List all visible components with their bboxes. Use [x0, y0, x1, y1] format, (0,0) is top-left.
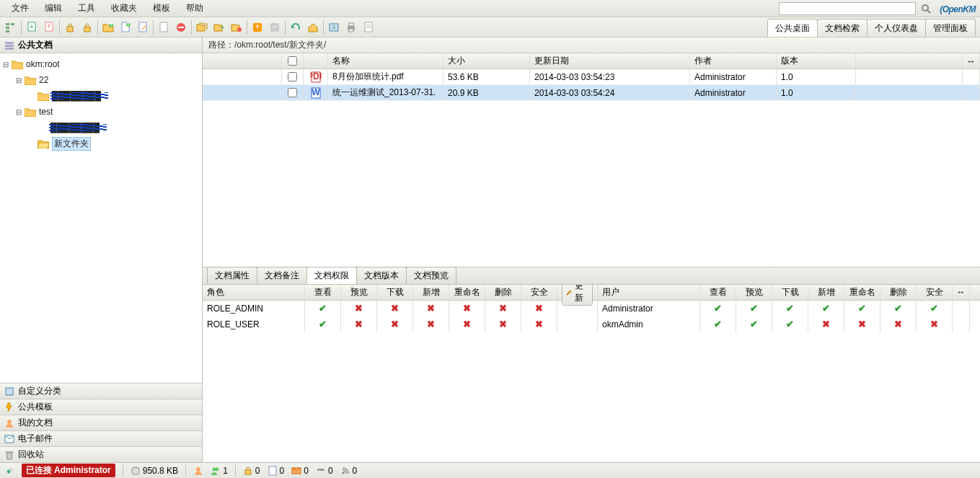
col-more[interactable]: ↔ — [963, 53, 980, 68]
collapse-icon[interactable]: ⊟ — [14, 108, 23, 116]
perm-col-delete[interactable]: 删除 — [485, 285, 521, 300]
tree-node-test[interactable]: ⊟ test — [14, 104, 200, 120]
tab-doc-versions[interactable]: 文档版本 — [356, 267, 407, 284]
delete-icon[interactable] — [230, 21, 243, 34]
tab-public-desktop[interactable]: 公共桌面 — [767, 19, 818, 37]
perm-col-user-view[interactable]: 查看 — [700, 285, 736, 300]
doc-edit-icon[interactable] — [136, 21, 149, 34]
svg-rect-32 — [5, 45, 14, 47]
svg-rect-47 — [245, 470, 251, 474]
row-checkbox[interactable] — [288, 88, 297, 97]
tab-personal-dashboard[interactable]: 个人仪表盘 — [867, 19, 926, 37]
perm-col-update: 更新 — [557, 285, 598, 300]
search-button[interactable] — [919, 2, 932, 15]
file-row[interactable]: W 统一运维测试_2013-07-31. 20.9 KB 2014-03-03 … — [203, 85, 980, 101]
folder-icon — [12, 59, 23, 69]
select-all-checkbox[interactable] — [288, 56, 297, 66]
sidebar-header-public-docs[interactable]: 公共文档 — [0, 37, 202, 53]
perm-row[interactable]: ROLE_ADMIN✔✖✖✖✖✖✖Administrator✔✔✔✔✔✔✔ — [203, 301, 980, 317]
perm-col-user-delete[interactable]: 删除 — [880, 285, 917, 300]
doc-download-icon[interactable] — [25, 21, 38, 34]
perm-col-rename[interactable]: 重命名 — [449, 285, 485, 300]
perm-col-add[interactable]: 新增 — [413, 285, 449, 300]
col-checkbox[interactable] — [282, 53, 304, 68]
perm-col-user-preview[interactable]: 预览 — [736, 285, 772, 300]
menu-file[interactable]: 文件 — [4, 0, 36, 17]
col-date[interactable]: 更新日期 — [530, 53, 690, 68]
tab-doc-preview[interactable]: 文档预览 — [406, 267, 456, 284]
doc-upload-icon[interactable] — [43, 21, 56, 34]
doc-new-icon[interactable]: + — [119, 21, 132, 34]
tree-node-redacted-2[interactable]: ████████ — [27, 120, 200, 136]
cancel-checkout-icon[interactable] — [175, 21, 187, 34]
col-type[interactable] — [304, 53, 328, 68]
svg-point-19 — [237, 27, 242, 32]
checkout-icon[interactable] — [157, 21, 170, 34]
tree-node-22[interactable]: ⊟ 22 — [14, 72, 200, 88]
perm-col-user-add[interactable]: 新增 — [808, 285, 844, 300]
tree-node-root[interactable]: ⊟ okm:root — [1, 56, 200, 72]
tree-node-redacted-1[interactable]: ████████ — [27, 88, 200, 104]
print-icon[interactable] — [345, 21, 358, 34]
tree-icon[interactable] — [4, 21, 17, 34]
move-icon[interactable] — [213, 21, 226, 34]
unlock-icon[interactable] — [81, 21, 94, 34]
file-row[interactable]: PDF 8月份加班统计.pdf 53.6 KB 2014-03-03 03:54… — [203, 69, 980, 85]
search-input[interactable] — [779, 2, 916, 15]
sidebar-panel-email[interactable]: 电子邮件 — [0, 430, 202, 446]
menu-bookmarks[interactable]: 收藏夹 — [104, 0, 144, 17]
folder-icon — [25, 75, 36, 85]
tab-admin-panel[interactable]: 管理面板 — [925, 19, 976, 37]
cross-icon: ✖ — [391, 303, 399, 314]
collapse-icon[interactable]: ⊟ — [1, 61, 10, 68]
col-name[interactable]: 名称 — [328, 53, 443, 68]
perm-col-download[interactable]: 下载 — [377, 285, 413, 300]
perm-col-security[interactable]: 安全 — [521, 285, 557, 300]
svg-rect-31 — [5, 42, 14, 44]
property-add-icon[interactable]: + — [251, 21, 264, 34]
copy-icon[interactable] — [195, 21, 208, 34]
collapse-icon[interactable]: ⊟ — [14, 76, 23, 84]
perm-col-role[interactable]: 角色 — [203, 285, 305, 300]
tab-doc-permissions[interactable]: 文档权限 — [306, 267, 357, 284]
perm-col-user-security[interactable]: 安全 — [917, 285, 953, 300]
tab-doc-search[interactable]: 文档检索 — [817, 19, 868, 37]
folder-tree: ⊟ okm:root ⊟ 22 ████████ — [0, 53, 202, 383]
export-icon[interactable] — [327, 21, 340, 34]
perm-col-user[interactable]: 用户 — [598, 285, 700, 300]
tab-doc-properties[interactable]: 文档属性 — [207, 267, 257, 284]
tree-node-newfolder[interactable]: 新文件夹 — [27, 136, 200, 151]
property-remove-icon[interactable]: − — [268, 21, 281, 34]
sidebar-panel-trash[interactable]: 回收站 — [0, 446, 202, 462]
menu-help[interactable]: 帮助 — [179, 0, 211, 17]
lock-icon[interactable] — [63, 21, 76, 34]
col-version[interactable]: 版本 — [777, 53, 856, 68]
perm-col-user-download[interactable]: 下载 — [772, 285, 808, 300]
svg-text:+: + — [125, 22, 131, 28]
col-expand[interactable] — [203, 53, 282, 68]
doc-misc-icon[interactable] — [362, 21, 375, 34]
home-icon[interactable] — [306, 21, 319, 34]
sidebar-panel-custom-category[interactable]: 自定义分类 — [0, 383, 202, 399]
menu-edit[interactable]: 编辑 — [37, 0, 69, 17]
menu-tools[interactable]: 工具 — [71, 0, 102, 17]
perm-col-user-rename[interactable]: 重命名 — [844, 285, 880, 300]
refresh-icon[interactable] — [289, 21, 302, 34]
perm-col-preview[interactable]: 预览 — [341, 285, 377, 300]
folder-new-icon[interactable]: + — [102, 21, 115, 34]
svg-rect-37 — [6, 451, 13, 453]
sidebar-panel-public-templates[interactable]: 公共模板 — [0, 399, 202, 415]
perm-col-more[interactable]: ↔ — [953, 285, 970, 300]
col-author[interactable]: 作者 — [690, 53, 777, 68]
svg-rect-34 — [6, 388, 13, 395]
breadcrumb-path[interactable]: /okm:root/test/新文件夹/ — [234, 39, 326, 51]
row-checkbox[interactable] — [288, 72, 297, 81]
perm-row[interactable]: ROLE_USER✔✖✖✖✖✖✖okmAdmin✔✔✔✖✖✖✖ — [203, 317, 980, 332]
menu-templates[interactable]: 模板 — [146, 0, 177, 17]
perm-col-view[interactable]: 查看 — [305, 285, 341, 300]
sidebar-panel-my-docs[interactable]: 我的文档 — [0, 415, 202, 430]
file-author: Administrator — [690, 85, 777, 100]
tab-doc-notes[interactable]: 文档备注 — [257, 267, 307, 284]
status-users — [193, 466, 203, 476]
col-size[interactable]: 大小 — [443, 53, 530, 68]
